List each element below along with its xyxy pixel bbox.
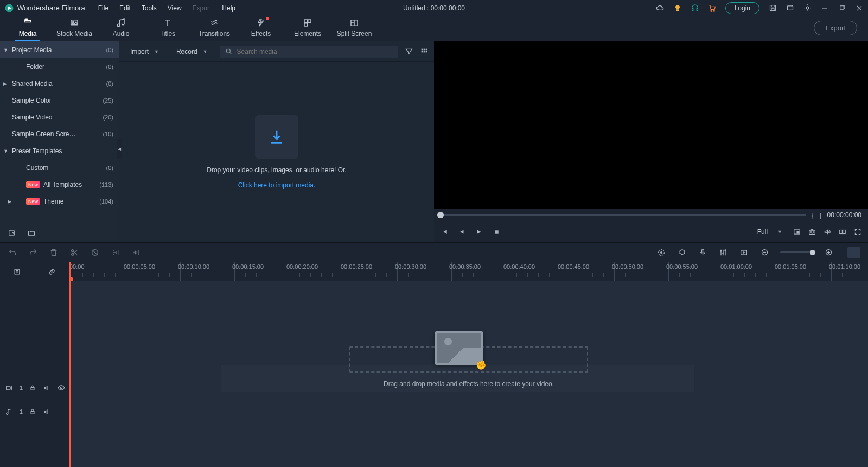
expand-arrow[interactable]: ▼ [3,47,8,53]
audio-track-header[interactable]: 1 [0,400,69,424]
ruler-label: 00:01:00:00 [720,263,752,270]
mixer-icon[interactable] [718,248,728,257]
playhead[interactable] [69,262,71,281]
tree-item-2[interactable]: ▶Shared Media(0) [0,75,119,92]
step-back-icon[interactable] [441,228,448,236]
expand-arrow[interactable]: ▶ [3,81,7,86]
tab-stock-media[interactable]: Stock Media [51,18,98,41]
zoom-out-icon[interactable] [760,248,769,257]
tab-effects[interactable]: Effects [238,18,284,41]
voiceover-icon[interactable] [698,248,707,257]
tree-item-0[interactable]: ▼Project Media(0) [0,41,119,58]
search-field[interactable] [220,46,398,58]
playhead-knob[interactable] [69,277,73,281]
compare-icon[interactable] [839,228,846,236]
fullscreen-icon[interactable] [854,228,861,236]
search-input[interactable] [237,48,393,55]
menu-tools[interactable]: Tools [142,4,157,12]
zoom-in-icon[interactable] [824,248,833,257]
menu-file[interactable]: File [98,4,108,12]
lock-icon[interactable] [29,384,37,391]
ruler-label: 00:00:05:00 [124,263,155,270]
import-link[interactable]: Click here to import media. [238,181,316,189]
zoom-slider[interactable] [780,251,813,253]
speed-icon[interactable] [111,248,120,257]
tab-split-screen[interactable]: Split Screen [331,18,378,41]
tree-item-5[interactable]: Sample Green Scre…(10) [0,125,119,142]
ruler-left-tools [0,262,69,281]
login-button[interactable]: Login [725,2,760,14]
collapse-tree-handle[interactable]: ◀ [117,139,122,159]
equalizer-icon[interactable] [131,248,141,257]
tree-item-8[interactable]: NewAll Templates(113) [0,176,119,193]
visibility-icon[interactable] [58,384,65,392]
snapshot-icon[interactable] [808,228,816,236]
new-folder-icon[interactable] [27,229,36,237]
record-dropdown[interactable]: Record▼ [171,46,213,58]
import-dropdown[interactable]: Import▼ [125,46,164,58]
tab-label: Effects [251,30,271,37]
scrub-track[interactable] [441,214,806,216]
open-file-icon[interactable] [8,229,16,237]
mark-out-icon[interactable]: } [819,211,821,219]
idea-icon[interactable] [673,4,682,12]
ruler-label: 00:00:15:00 [232,263,264,270]
tab-elements[interactable]: Elements [284,18,331,41]
tab-audio[interactable]: Audio [98,18,144,41]
new-badge: New [26,198,40,205]
link-icon[interactable] [48,268,56,276]
redo-icon[interactable] [28,248,38,257]
cloud-icon[interactable] [656,4,665,12]
resolution-dropdown[interactable]: Full▼ [754,227,786,237]
headset-icon[interactable] [691,4,699,12]
mark-in-icon[interactable]: { [812,211,814,219]
minimize-icon[interactable] [820,4,829,12]
grid-view-icon[interactable] [420,47,429,56]
screenshot-icon[interactable] [803,4,812,12]
marker-icon[interactable] [677,248,687,257]
export-button[interactable]: Export [814,21,857,35]
maximize-icon[interactable] [838,4,846,12]
render-icon[interactable] [656,248,666,257]
inbox-icon[interactable] [786,4,794,12]
mute-icon[interactable] [43,384,51,392]
scrub-thumb[interactable] [437,212,444,218]
undo-icon[interactable] [8,248,17,257]
menu-edit[interactable]: Edit [119,4,131,12]
timeline-ruler[interactable]: 00:0000:00:05:0000:00:10:0000:00:15:0000… [69,262,868,281]
close-icon[interactable] [855,4,864,12]
tree-item-4[interactable]: Sample Video(20) [0,109,119,125]
crop-icon[interactable] [90,248,100,257]
tree-item-7[interactable]: Custom(0) [0,159,119,176]
menu-view[interactable]: View [168,4,182,12]
pip-icon[interactable] [793,228,801,236]
cut-icon[interactable] [69,248,79,257]
tab-media[interactable]: Media [4,18,51,41]
play-icon[interactable] [475,229,483,235]
tree-item-6[interactable]: ▼Preset Templates [0,142,119,159]
expand-arrow[interactable]: ▶ [8,199,11,204]
menu-help[interactable]: Help [222,4,235,12]
play-reverse-icon[interactable] [458,229,465,235]
video-track-header[interactable]: 1 [0,376,69,400]
filter-icon[interactable] [405,47,413,56]
tree-item-1[interactable]: Folder(0) [0,58,119,75]
tree-item-9[interactable]: ▶NewTheme(104) [0,193,119,210]
lock-icon[interactable] [29,408,37,415]
media-drop-area[interactable]: Drop your video clips, images, or audio … [119,62,434,242]
match-frame-icon[interactable] [13,268,21,276]
volume-icon[interactable] [824,228,831,236]
tab-titles[interactable]: Titles [144,18,191,41]
stop-icon[interactable] [493,229,500,235]
timeline-options[interactable] [847,247,860,258]
mute-icon[interactable] [43,408,51,415]
timeline-tracks-area[interactable]: ✊ Drag and drop media and effects here t… [69,281,868,467]
tab-transitions[interactable]: Transitions [191,18,238,41]
save-icon[interactable] [768,4,777,12]
tree-item-3[interactable]: Sample Color(25) [0,92,119,109]
import-tile[interactable] [255,115,298,159]
expand-arrow[interactable]: ▼ [3,148,8,154]
delete-icon[interactable] [49,248,59,257]
add-marker-icon[interactable] [739,248,749,257]
cart-icon[interactable] [708,4,717,12]
